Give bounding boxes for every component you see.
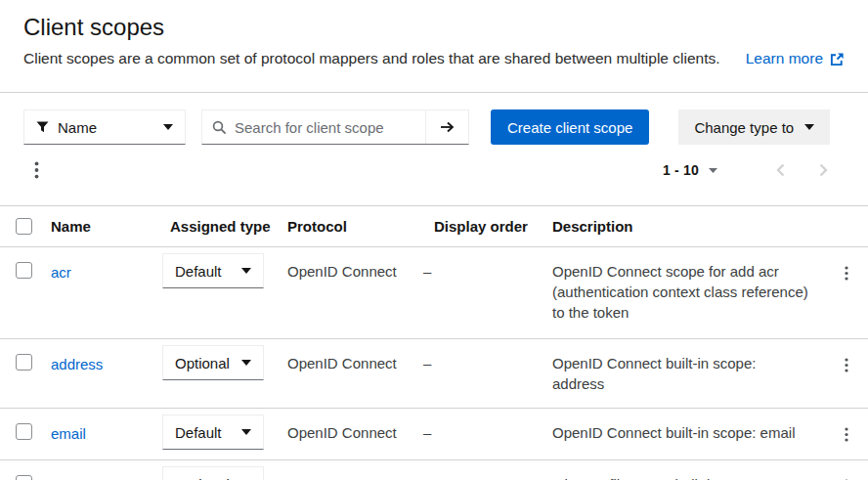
change-type-label: Change type to bbox=[694, 119, 794, 136]
client-scope-link[interactable]: acr bbox=[51, 264, 71, 281]
header-divider bbox=[0, 92, 868, 93]
assigned-type-value: Default bbox=[175, 263, 222, 280]
assigned-type-select[interactable]: Optional bbox=[162, 345, 264, 380]
kebab-icon bbox=[845, 358, 848, 372]
assigned-type-value: Default bbox=[175, 424, 222, 441]
table-row: address Optional OpenID Connect – OpenID… bbox=[0, 339, 868, 409]
pagination-range: 1 - 10 bbox=[663, 162, 699, 178]
search-icon bbox=[212, 120, 227, 135]
kebab-icon bbox=[845, 427, 848, 442]
caret-down-icon bbox=[709, 168, 717, 173]
column-header-protocol: Protocol bbox=[287, 218, 423, 235]
assigned-type-select[interactable]: Optional bbox=[162, 466, 264, 480]
column-header-assigned-type: Assigned type bbox=[162, 218, 287, 235]
caret-down-icon bbox=[241, 429, 251, 435]
chevron-left-icon bbox=[776, 163, 785, 177]
protocol-value: OpenID Connect bbox=[287, 409, 423, 441]
table-row: microprofile-jwt Optional OpenID Connect… bbox=[0, 460, 868, 480]
search-box bbox=[202, 110, 425, 144]
filter-type-label: Name bbox=[58, 119, 97, 136]
client-scope-link[interactable]: address bbox=[51, 356, 103, 372]
external-link-icon bbox=[830, 52, 845, 66]
table-row: acr Default OpenID Connect – OpenID Conn… bbox=[0, 247, 868, 339]
kebab-icon bbox=[34, 161, 39, 179]
search-input[interactable] bbox=[235, 119, 415, 136]
caret-down-icon bbox=[241, 268, 251, 274]
table-header-row: Name Assigned type Protocol Display orde… bbox=[0, 206, 868, 247]
chevron-right-icon bbox=[819, 163, 828, 177]
protocol-value: OpenID Connect bbox=[287, 339, 423, 371]
sub-toolbar: 1 - 10 bbox=[23, 153, 845, 188]
caret-down-icon bbox=[163, 124, 173, 130]
toolbar: Name Create client scope Change type to bbox=[23, 109, 845, 145]
row-checkbox[interactable] bbox=[16, 423, 32, 440]
display-order-value: – bbox=[423, 247, 552, 280]
row-checkbox[interactable] bbox=[16, 262, 32, 279]
client-scope-link[interactable]: email bbox=[51, 425, 86, 442]
display-order-value: – bbox=[423, 339, 552, 371]
caret-down-icon bbox=[804, 124, 814, 130]
page-subtitle: Client scopes are a common set of protoc… bbox=[23, 50, 720, 67]
table-kebab-menu-button[interactable] bbox=[23, 153, 49, 188]
change-type-dropdown[interactable]: Change type to bbox=[678, 109, 830, 145]
filter-icon bbox=[36, 121, 49, 133]
previous-page-button[interactable] bbox=[759, 153, 802, 188]
search-group bbox=[201, 109, 469, 145]
row-kebab-menu-button[interactable] bbox=[834, 416, 859, 452]
table-row: email Default OpenID Connect – OpenID Co… bbox=[0, 409, 868, 460]
pagination-range-dropdown[interactable]: 1 - 10 bbox=[655, 162, 725, 178]
row-kebab-menu-button[interactable] bbox=[834, 347, 859, 382]
next-page-button[interactable] bbox=[802, 153, 845, 188]
description-value: OpenID Connect scope for add acr (authen… bbox=[552, 247, 825, 336]
client-scopes-table: Name Assigned type Protocol Display orde… bbox=[0, 205, 868, 480]
learn-more-link[interactable]: Learn more bbox=[746, 50, 845, 67]
display-order-value: – bbox=[423, 409, 552, 441]
pagination: 1 - 10 bbox=[655, 153, 845, 188]
row-kebab-menu-button[interactable] bbox=[834, 255, 859, 290]
column-header-display-order: Display order bbox=[423, 218, 552, 235]
assigned-type-value: Optional bbox=[175, 476, 230, 480]
description-value: OpenID Connect built-in scope: address bbox=[552, 339, 825, 408]
select-all-checkbox[interactable] bbox=[16, 218, 32, 235]
filter-type-dropdown[interactable]: Name bbox=[23, 109, 186, 145]
arrow-right-icon bbox=[440, 120, 455, 134]
row-checkbox[interactable] bbox=[16, 354, 32, 371]
kebab-icon bbox=[845, 266, 848, 281]
protocol-value: OpenID Connect bbox=[287, 247, 423, 280]
column-header-name: Name bbox=[51, 218, 162, 235]
column-header-description: Description bbox=[552, 218, 825, 235]
assigned-type-value: Optional bbox=[175, 355, 230, 371]
assigned-type-select[interactable]: Default bbox=[162, 253, 264, 288]
description-value: OpenID Connect built-in scope: email bbox=[552, 409, 825, 457]
row-kebab-menu-button[interactable] bbox=[834, 468, 859, 480]
protocol-value: OpenID Connect bbox=[287, 460, 423, 480]
caret-down-icon bbox=[241, 360, 251, 366]
learn-more-label: Learn more bbox=[746, 50, 823, 67]
page-header: Client scopes Client scopes are a common… bbox=[0, 0, 868, 67]
create-client-scope-button[interactable]: Create client scope bbox=[491, 109, 649, 145]
page-title: Client scopes bbox=[23, 14, 845, 41]
row-checkbox[interactable] bbox=[16, 475, 32, 480]
description-value: Microprofile - JWT built-in scope bbox=[552, 460, 825, 480]
assigned-type-select[interactable]: Default bbox=[162, 415, 264, 450]
display-order-value: – bbox=[423, 460, 552, 480]
search-submit-button[interactable] bbox=[425, 110, 468, 144]
